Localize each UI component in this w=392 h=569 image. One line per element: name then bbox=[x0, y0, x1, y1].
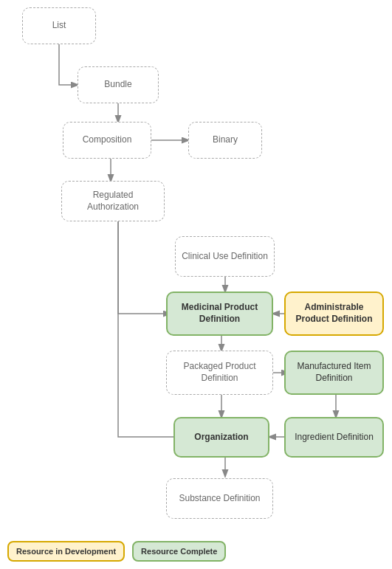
administrable-product-definition-node: Administrable Product Definition bbox=[284, 292, 384, 336]
diagram-container: List Bundle Composition Binary Regulated… bbox=[0, 0, 392, 569]
list-node: List bbox=[22, 7, 96, 44]
packaged-product-definition-node: Packaged Product Definition bbox=[166, 351, 273, 395]
medicinal-product-definition-node: Medicinal Product Definition bbox=[166, 292, 273, 336]
bundle-node: Bundle bbox=[78, 66, 159, 103]
organization-node: Organization bbox=[173, 417, 269, 458]
ingredient-definition-node: Ingredient Definition bbox=[284, 417, 384, 458]
substance-definition-node: Substance Definition bbox=[166, 478, 273, 519]
manufactured-item-definition-node: Manufactured Item Definition bbox=[284, 351, 384, 395]
binary-node: Binary bbox=[188, 122, 262, 159]
legend: Resource in Development Resource Complet… bbox=[7, 541, 226, 562]
regulated-authorization-node: Regulated Authorization bbox=[61, 181, 165, 221]
composition-node: Composition bbox=[63, 122, 151, 159]
clinical-use-definition-node: Clinical Use Definition bbox=[175, 236, 275, 277]
legend-in-development: Resource in Development bbox=[7, 541, 125, 562]
legend-complete: Resource Complete bbox=[132, 541, 226, 562]
